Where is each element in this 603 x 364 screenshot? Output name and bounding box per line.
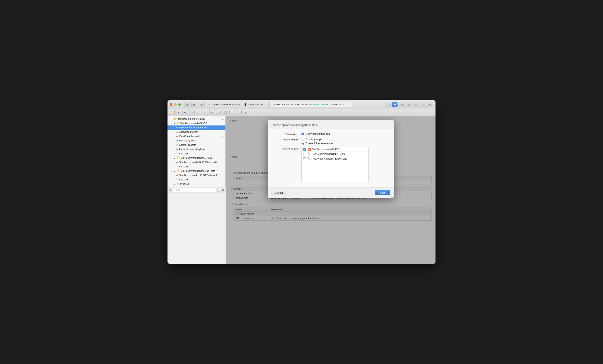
disclosure-root: ▾ <box>171 118 174 120</box>
search-navigator-btn[interactable]: 🔍 <box>189 110 195 115</box>
modal-overlay: Choose options for adding these files: D… <box>226 116 436 264</box>
recent-files-button[interactable]: 🕐 <box>217 189 220 192</box>
sidebar-label-appdelegate: AppDelegate.swift <box>179 131 198 133</box>
device-icon: 📱 <box>244 103 247 106</box>
content-area: ▾ Mac ▾ Mod the keys are the item IDs, a… <box>226 116 436 264</box>
sidebar-label-assets: Assets.xcassets <box>179 144 196 146</box>
target-uitests-row[interactable]: 🔧 TestRecommenderOniOSUITests <box>302 156 368 161</box>
run-button[interactable]: ▶ <box>191 102 197 107</box>
symbol-navigator-btn[interactable]: ⊞ <box>183 110 188 115</box>
main-tab[interactable]: TestRecommenderOniOS | Build Build Succe… <box>269 102 352 107</box>
modal-title: Choose options for adding these files: <box>272 124 390 127</box>
navigator-button[interactable]: ▭ <box>413 102 419 107</box>
cancel-button[interactable]: Cancel <box>272 190 286 195</box>
copy-items-checkbox[interactable] <box>302 133 304 135</box>
target-uitests-label: TestRecommenderOniOSUITests <box>312 157 347 160</box>
finish-button[interactable]: Finish <box>375 190 390 195</box>
code-view-button[interactable]: {} <box>385 102 391 107</box>
sidebar-item-group-main[interactable]: ▾ 📁 TestRecommenderOniOS <box>167 121 225 125</box>
maximize-button[interactable] <box>178 103 181 106</box>
sidebar-label-testsswift: TestRecommenderOniOSTests.swift <box>179 161 217 164</box>
storyboard-icon-launch: ▣ <box>175 148 179 151</box>
target-main-label: TestRecommenderOniOS <box>312 148 339 151</box>
sidebar-label-root: TestRecommenderOniOS <box>178 118 205 120</box>
tab-bar: TestRecommenderOniOS | Build Build Succe… <box>269 102 383 107</box>
close-button[interactable] <box>170 103 173 106</box>
mlmodel-icon: ◈ <box>175 126 179 129</box>
source-control-btn[interactable]: ⊠ <box>176 110 181 115</box>
destination-label: Destination: <box>272 132 299 136</box>
create-folder-refs-radio[interactable] <box>302 142 304 145</box>
sidebar-item-assets[interactable]: ⬡ Assets.xcassets <box>167 143 225 147</box>
add-to-targets-row: Add to targets: A TestRecommenderOniOS <box>272 147 390 182</box>
sidebar-label-infoplist-tests: Info.plist <box>179 165 188 168</box>
file-navigator-btn[interactable]: 📁 <box>169 110 174 115</box>
nav-forward-btn[interactable]: › <box>236 110 242 115</box>
create-groups-radio[interactable] <box>302 138 304 141</box>
copy-items-label: Copy items if needed <box>306 132 330 135</box>
plist-icon-tests: 📄 <box>175 165 179 168</box>
sidebar-item-uitestsswift[interactable]: ◆ TestRecommend...niOSUITests.swift <box>167 173 225 177</box>
file-navigator: ▾ 📂 TestRecommenderOniOS M ▾ 📁 TestRecom… <box>167 116 226 187</box>
editor-button[interactable]: ☰ <box>392 102 398 107</box>
target-main-row[interactable]: A TestRecommenderOniOS <box>302 147 368 152</box>
debug-navigator-btn[interactable]: ⚙ <box>209 110 215 115</box>
sidebar-item-appdelegate[interactable]: ◆ AppDelegate.swift <box>167 130 225 134</box>
assistant-button[interactable]: ↻ <box>399 102 405 107</box>
clear-filter-button[interactable]: ✕ <box>222 189 224 192</box>
target-main-checkbox[interactable] <box>303 148 306 151</box>
version-button[interactable]: ⇄ <box>406 102 412 107</box>
target-tests-row[interactable]: 🔧 TestRecommenderOniOSTests <box>302 152 368 156</box>
device-name[interactable]: iPhone 8 Plus <box>248 103 264 106</box>
test-navigator-btn[interactable]: ▷ <box>203 110 208 115</box>
report-btn[interactable]: 📋 <box>223 110 228 115</box>
target-tests-icon: 🔧 <box>308 152 311 155</box>
build-status: Build Succeeded <box>309 103 328 106</box>
project-icon: ⚙ <box>208 103 210 106</box>
filter-input[interactable] <box>173 188 216 192</box>
sidebar-label-viewcontroller: ViewController.swift <box>179 135 200 138</box>
sidebar-item-root-project[interactable]: ▾ 📂 TestRecommenderOniOS M <box>167 117 225 121</box>
folder-products-icon: 📁 <box>176 182 180 185</box>
sidebar-toggle-button[interactable]: ⊞ <box>184 102 190 107</box>
target-uitests-icon: 🔧 <box>308 157 311 160</box>
destination-controls: Copy items if needed <box>302 132 330 135</box>
breakpoint-btn[interactable]: ⬡ <box>216 110 221 115</box>
add-files-modal: Choose options for adding these files: D… <box>268 120 394 198</box>
add-file-button[interactable]: ＋ <box>169 188 172 192</box>
sidebar-footer: ＋ 🕐 ✕ <box>167 187 226 193</box>
toolbar: 📁 ⊠ ⊞ 🔍 ⚠ ▷ ⚙ ⬡ 📋 ‹ › ⊕ <box>167 109 436 116</box>
create-folder-refs-label: Create folder references <box>306 142 333 145</box>
sidebar-item-group-uitests[interactable]: ▾ 📁 TestRecommenderOniOSUITests <box>167 169 225 173</box>
sidebar-item-infoplist-main[interactable]: 📄 Info.plist <box>167 151 225 156</box>
sidebar-item-mlmodel[interactable]: ◈ MyRecommender.mlmodel <box>167 125 225 130</box>
sidebar-item-group-tests[interactable]: ▾ 📁 TestRecommenderOniOSTests <box>167 156 225 160</box>
sidebar-item-infoplist-uitests[interactable]: 📄 Info.plist <box>167 177 225 182</box>
build-time: 6/1/18 at 7:00 PM <box>331 103 349 106</box>
disclosure-tests: ▾ <box>173 157 176 159</box>
project-file-icon: 📂 <box>174 118 177 120</box>
utilities-button[interactable]: ▭ <box>427 102 433 107</box>
sidebar-item-launchscreen[interactable]: ▣ LaunchScreen.storyboard <box>167 147 225 151</box>
nav-back-btn[interactable]: ‹ <box>229 110 235 115</box>
sidebar-item-infoplist-tests[interactable]: 📄 Info.plist <box>167 164 225 169</box>
sidebar-item-testsswift[interactable]: ◆ TestRecommenderOniOSTests.swift <box>167 160 225 164</box>
issue-navigator-btn[interactable]: ⚠ <box>196 110 201 115</box>
sidebar-item-products[interactable]: ▶ 📁 Products <box>167 182 225 186</box>
sidebar-item-mainstoryboard[interactable]: ▣ Main.storyboard <box>167 138 225 143</box>
sidebar-label-mlmodel: MyRecommender.mlmodel <box>179 126 207 129</box>
sidebar-label-mainstoryboard: Main.storyboard <box>179 139 196 142</box>
add-to-targets-label: Add to targets: <box>272 147 299 150</box>
project-name[interactable]: TestRecommenderOniOS <box>211 103 241 106</box>
debug-button[interactable]: — <box>420 102 426 107</box>
stop-button[interactable]: ■ <box>199 102 205 107</box>
swift-icon-viewcontroller: ◆ <box>175 135 179 138</box>
minimize-button[interactable] <box>174 103 176 106</box>
add-btn[interactable]: ⊕ <box>243 110 248 115</box>
target-uitests-checkbox[interactable] <box>303 157 306 160</box>
sidebar-label-infoplist-main: Info.plist <box>179 152 188 155</box>
sidebar-label-main: TestRecommenderOniOS <box>180 122 207 125</box>
sidebar-item-viewcontroller[interactable]: ◆ ViewController.swift M <box>167 134 225 138</box>
target-tests-checkbox[interactable] <box>303 153 306 155</box>
swift-icon-tests: ◆ <box>175 161 179 164</box>
